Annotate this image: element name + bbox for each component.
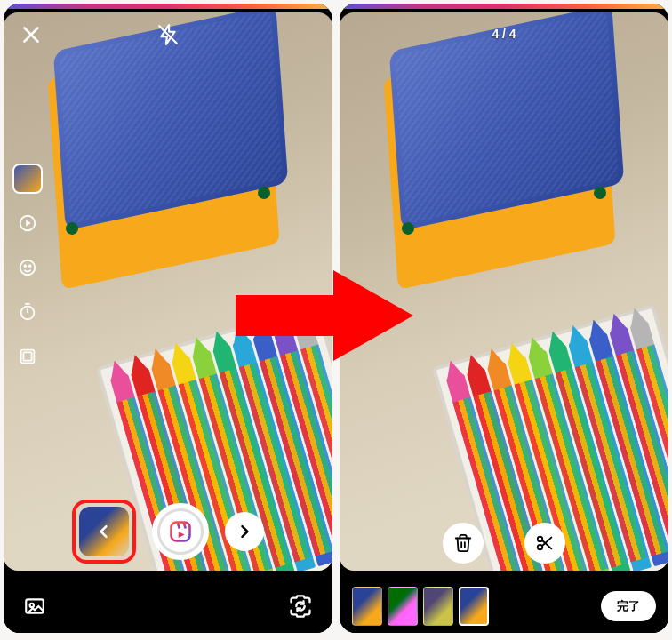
scissors-icon	[535, 533, 555, 553]
create-mode-thumb[interactable]	[12, 164, 43, 194]
svg-point-9	[21, 307, 35, 320]
switch-camera-button[interactable]	[288, 594, 313, 619]
photo-object-dot	[594, 187, 606, 199]
svg-point-7	[24, 265, 26, 267]
clip-thumb[interactable]	[388, 587, 418, 626]
close-button[interactable]	[20, 23, 43, 46]
clip-thumb-selected[interactable]	[459, 587, 489, 626]
gallery-button[interactable]	[23, 595, 46, 618]
svg-point-8	[29, 265, 31, 267]
boomerang-button[interactable]	[12, 208, 43, 238]
gallery-icon	[23, 595, 46, 618]
done-button[interactable]: 完了	[601, 591, 656, 621]
story-progress-bar	[4, 4, 332, 9]
story-progress-bar	[340, 4, 668, 9]
svg-marker-18	[179, 532, 185, 538]
layout-icon	[18, 347, 37, 366]
svg-marker-5	[26, 220, 31, 226]
delete-button[interactable]	[443, 523, 484, 564]
effects-button[interactable]	[12, 252, 43, 283]
clip-thumb[interactable]	[423, 587, 453, 626]
side-tool-rail	[12, 164, 43, 372]
svg-rect-14	[172, 523, 190, 541]
layout-button[interactable]	[12, 341, 43, 372]
top-controls	[4, 18, 332, 57]
svg-point-20	[30, 604, 34, 607]
svg-rect-13	[23, 352, 31, 360]
preview-thumb-highlight	[72, 500, 136, 564]
camera-preview	[4, 12, 332, 571]
record-button[interactable]	[152, 503, 209, 560]
thumbnail-row: 完了	[340, 580, 668, 633]
photo-counter: 4 / 4	[492, 27, 516, 41]
capture-row	[4, 500, 332, 564]
chevron-right-icon	[236, 523, 253, 540]
edit-action-row	[340, 523, 668, 564]
svg-point-6	[20, 260, 36, 276]
switch-camera-icon	[288, 594, 313, 619]
photo-object-dot	[258, 187, 270, 199]
trash-icon	[453, 533, 473, 553]
reels-icon-wrap	[157, 508, 204, 555]
boomerang-icon	[18, 213, 37, 233]
trim-button[interactable]	[524, 523, 565, 564]
close-icon	[20, 23, 43, 46]
bottom-nav-bar	[4, 580, 332, 633]
sparkle-icon	[18, 258, 37, 277]
edit-screen: 4 / 4 完了	[340, 4, 668, 633]
preview-thumb-button[interactable]	[79, 507, 129, 556]
timer-button[interactable]	[12, 297, 43, 327]
top-controls: 4 / 4	[340, 18, 668, 57]
edit-preview	[340, 12, 668, 571]
chevron-left-icon	[95, 523, 113, 540]
next-button[interactable]	[225, 512, 264, 551]
clip-thumb[interactable]	[352, 587, 382, 626]
flash-toggle-button[interactable]	[156, 23, 180, 46]
capture-screen	[4, 4, 332, 633]
timer-icon	[18, 302, 37, 322]
reels-icon	[168, 519, 193, 544]
flash-off-icon	[156, 23, 180, 46]
